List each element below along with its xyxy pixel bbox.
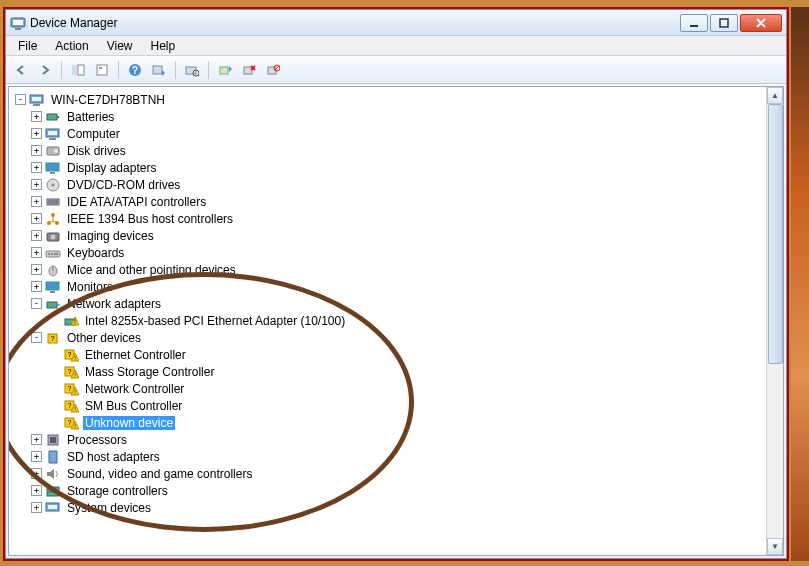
back-button[interactable] [10, 59, 32, 81]
tree-item-processors[interactable]: + Processors [15, 431, 765, 448]
node-label: Imaging devices [65, 229, 156, 243]
tree-item-sd-host[interactable]: + SD host adapters [15, 448, 765, 465]
svg-point-29 [54, 149, 58, 153]
expand-icon[interactable]: + [31, 468, 42, 479]
expand-icon[interactable]: + [31, 179, 42, 190]
expand-icon[interactable]: + [31, 451, 42, 462]
tree-item-batteries[interactable]: + Batteries [15, 108, 765, 125]
node-label: Storage controllers [65, 484, 170, 498]
tree-item-sm-bus-controller[interactable]: ?! SM Bus Controller [15, 397, 765, 414]
tree-item-intel-nic[interactable]: ! Intel 8255x-based PCI Ethernet Adapter… [15, 312, 765, 329]
tree-item-ide[interactable]: + IDE ATA/ATAPI controllers [15, 193, 765, 210]
device-manager-window: Device Manager File Action View Help ? [5, 9, 787, 559]
tree-item-unknown-device[interactable]: ?! Unknown device [15, 414, 765, 431]
network-icon [45, 296, 61, 312]
close-button[interactable] [740, 14, 782, 32]
svg-rect-26 [48, 131, 57, 135]
expand-icon[interactable]: + [31, 230, 42, 241]
tree-item-computer[interactable]: + Computer [15, 125, 765, 142]
node-label: Intel 8255x-based PCI Ethernet Adapter (… [83, 314, 347, 328]
svg-rect-46 [48, 253, 50, 255]
titlebar[interactable]: Device Manager [6, 10, 786, 36]
tree-item-sound[interactable]: + Sound, video and game controllers [15, 465, 765, 482]
scroll-up-arrow[interactable]: ▲ [767, 87, 783, 104]
storage-icon [45, 483, 61, 499]
node-label: Batteries [65, 110, 116, 124]
svg-text:?: ? [68, 368, 72, 375]
expand-icon[interactable]: + [31, 196, 42, 207]
expand-icon[interactable]: + [31, 247, 42, 258]
app-icon [10, 15, 26, 31]
properties-button[interactable] [91, 59, 113, 81]
tree-item-dvd[interactable]: + DVD/CD-ROM drives [15, 176, 765, 193]
node-label: Mice and other pointing devices [65, 263, 238, 277]
expand-icon[interactable]: + [31, 128, 42, 139]
svg-rect-3 [690, 25, 698, 27]
expand-icon[interactable]: + [31, 213, 42, 224]
expand-icon[interactable]: + [31, 264, 42, 275]
battery-icon [45, 109, 61, 125]
network-warn-icon: ! [63, 313, 79, 329]
tree-item-imaging[interactable]: + Imaging devices [15, 227, 765, 244]
node-label: IDE ATA/ATAPI controllers [65, 195, 208, 209]
disable-button[interactable] [262, 59, 284, 81]
node-label: WIN-CE7DH78BTNH [49, 93, 167, 107]
forward-button[interactable] [34, 59, 56, 81]
controller-icon [45, 194, 61, 210]
node-label: Computer [65, 127, 122, 141]
menu-view[interactable]: View [99, 37, 141, 55]
expand-icon[interactable]: + [31, 281, 42, 292]
expand-icon[interactable]: + [31, 434, 42, 445]
tree-item-ethernet-controller[interactable]: ?! Ethernet Controller [15, 346, 765, 363]
tree-item-storage-controllers[interactable]: + Storage controllers [15, 482, 765, 499]
show-hide-tree-button[interactable] [67, 59, 89, 81]
expand-icon[interactable]: + [31, 162, 42, 173]
tree-item-display-adapters[interactable]: + Display adapters [15, 159, 765, 176]
expand-icon[interactable]: + [31, 145, 42, 156]
node-label: IEEE 1394 Bus host controllers [65, 212, 235, 226]
help-button[interactable]: ? [124, 59, 146, 81]
menu-help[interactable]: Help [143, 37, 184, 55]
tree-item-monitors[interactable]: + Monitors [15, 278, 765, 295]
tree-item-disk-drives[interactable]: + Disk drives [15, 142, 765, 159]
other-devices-icon: ? [45, 330, 61, 346]
tree-root[interactable]: - WIN-CE7DH78BTNH [15, 91, 765, 108]
svg-rect-48 [54, 253, 58, 255]
scroll-thumb[interactable] [768, 104, 783, 364]
uninstall-button[interactable] [238, 59, 260, 81]
tree-item-other-devices[interactable]: - ? Other devices [15, 329, 765, 346]
scroll-down-arrow[interactable]: ▼ [767, 538, 783, 555]
svg-rect-15 [220, 67, 228, 74]
tree-item-mass-storage-controller[interactable]: ?! Mass Storage Controller [15, 363, 765, 380]
vertical-scrollbar[interactable]: ▲ ▼ [766, 87, 783, 555]
svg-rect-4 [720, 19, 728, 27]
collapse-icon[interactable]: - [31, 332, 42, 343]
svg-text:?: ? [68, 351, 72, 358]
maximize-button[interactable] [710, 14, 738, 32]
scan-hardware-button[interactable] [181, 59, 203, 81]
computer-icon [45, 126, 61, 142]
update-driver-button[interactable] [214, 59, 236, 81]
tree-item-network-adapters[interactable]: - Network adapters [15, 295, 765, 312]
menu-action[interactable]: Action [47, 37, 96, 55]
minimize-button[interactable] [680, 14, 708, 32]
tree-item-keyboards[interactable]: + Keyboards [15, 244, 765, 261]
device-tree[interactable]: - WIN-CE7DH78BTNH + Batteries + Computer… [11, 89, 765, 553]
svg-text:?: ? [68, 402, 72, 409]
unknown-warn-icon: ?! [63, 381, 79, 397]
speaker-icon [45, 466, 61, 482]
node-label-selected: Unknown device [83, 416, 175, 430]
tree-item-network-controller[interactable]: ?! Network Controller [15, 380, 765, 397]
expand-icon[interactable]: + [31, 502, 42, 513]
collapse-icon[interactable]: - [31, 298, 42, 309]
collapse-icon[interactable]: - [15, 94, 26, 105]
tree-item-system-devices[interactable]: + System devices [15, 499, 765, 516]
tree-item-ieee1394[interactable]: + IEEE 1394 Bus host controllers [15, 210, 765, 227]
toolbar: ? [6, 56, 786, 84]
expand-icon[interactable]: + [31, 111, 42, 122]
menu-file[interactable]: File [10, 37, 45, 55]
expand-icon[interactable]: + [31, 485, 42, 496]
tree-item-mice[interactable]: + Mice and other pointing devices [15, 261, 765, 278]
action-button[interactable] [148, 59, 170, 81]
node-label: Disk drives [65, 144, 128, 158]
